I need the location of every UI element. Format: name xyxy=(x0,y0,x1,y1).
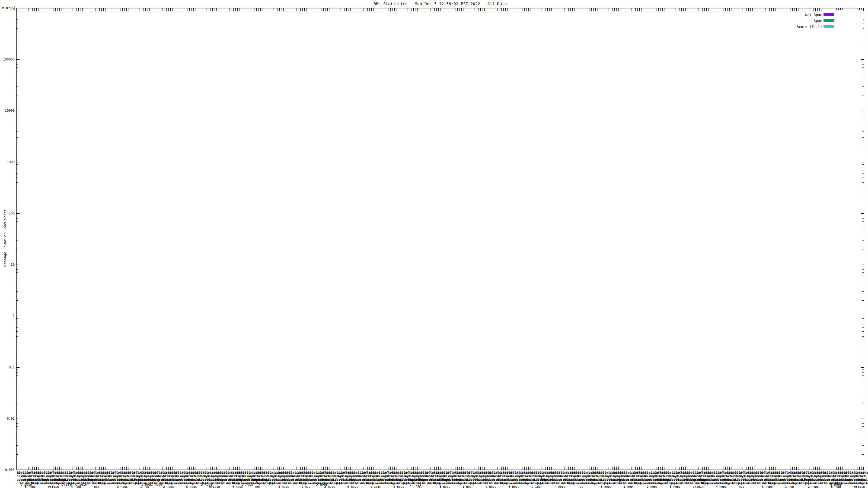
y-tick xyxy=(17,352,18,352)
y-tick xyxy=(17,189,18,189)
y-tick xyxy=(861,367,864,368)
y-tick xyxy=(17,20,18,20)
x-tick-label: 10@ rbl0 relay s.bl xyxy=(862,471,868,485)
y-tick xyxy=(17,110,20,111)
x-axis-sublabel: 2 hops net xyxy=(130,478,150,482)
y-tick xyxy=(862,372,864,372)
y-tick xyxy=(862,318,864,319)
y-tick xyxy=(862,35,864,35)
y-tick xyxy=(17,126,18,126)
y-tick xyxy=(17,122,18,122)
y-tick xyxy=(862,167,864,167)
y-tick xyxy=(17,331,18,332)
y-tick xyxy=(17,423,18,424)
y-tick xyxy=(17,439,18,439)
y-tick xyxy=(17,167,18,167)
y-tick xyxy=(862,116,864,116)
y-tick xyxy=(862,324,864,324)
x-axis-sublabel: 3 hops xyxy=(415,478,427,482)
x-axis-sublabel: 1 hop xyxy=(214,478,224,482)
x-axis-sublabel: origin xyxy=(613,478,625,482)
y-tick xyxy=(862,352,864,352)
y-tick xyxy=(862,426,864,427)
y-tick xyxy=(862,454,864,455)
legend-entry-spam: Spam xyxy=(825,19,863,22)
y-tick xyxy=(17,75,18,75)
y-tick xyxy=(17,336,18,337)
y-tick xyxy=(17,367,20,368)
y-tick xyxy=(862,439,864,439)
y-tick xyxy=(862,164,864,165)
y-tick xyxy=(861,470,864,470)
y-tick xyxy=(17,324,18,324)
y-tick xyxy=(862,183,864,183)
y-tick xyxy=(17,291,18,292)
y-tick xyxy=(17,454,18,455)
y-tick xyxy=(17,430,18,430)
x-axis-sublabel: origin origin xyxy=(62,483,87,486)
y-tick xyxy=(17,216,18,216)
y-tick xyxy=(17,267,18,267)
x-axis-sublabel: 2 hops net xyxy=(55,478,74,482)
x-axis-sublabel: 1 hop xyxy=(233,478,243,482)
y-tick xyxy=(17,170,18,170)
y-tick xyxy=(862,321,864,321)
plot-frame xyxy=(16,8,864,470)
y-tick xyxy=(17,10,18,11)
y-tick xyxy=(17,137,18,138)
legend-label-spam: Spam xyxy=(814,19,822,23)
x-axis-sublabel: 1 hop xyxy=(776,478,785,482)
y-tick xyxy=(862,331,864,332)
y-tick xyxy=(862,80,864,80)
y-tick xyxy=(17,318,18,319)
x-axis-sublabel: origin xyxy=(152,478,163,482)
y-tick xyxy=(862,86,864,87)
y-tick xyxy=(862,403,864,403)
y-tick xyxy=(862,234,864,234)
y-tick xyxy=(862,276,864,276)
legend: Not Spam Spam Score (0..1) xyxy=(825,10,863,30)
y-tick-label: 100 xyxy=(0,212,14,215)
y-tick xyxy=(862,375,864,376)
y-tick xyxy=(862,240,864,240)
y-tick-label: 100000 xyxy=(0,58,14,61)
y-tick xyxy=(861,162,864,162)
y-tick xyxy=(861,316,864,316)
y-tick xyxy=(17,426,18,427)
x-axis-sublabel: 4 hops xyxy=(84,478,96,482)
chart-title: RBL Statistics - Mon Dec 5 12:58:02 EST … xyxy=(16,2,864,6)
x-axis-sublabel: 1 hop2 hops xyxy=(248,478,270,482)
y-tick xyxy=(862,434,864,434)
y-tick xyxy=(862,269,864,270)
x-axis-sublabel: origin xyxy=(20,483,32,486)
y-tick xyxy=(862,221,864,222)
y-tick xyxy=(17,225,18,225)
x-axis-sublabel: net xyxy=(73,478,79,482)
y-tick xyxy=(862,388,864,388)
y-tick xyxy=(17,375,18,376)
x-axis-sublabel: 4 hops xyxy=(169,478,181,482)
y-tick xyxy=(862,249,864,250)
x-axis-sublabel: 5 hops xyxy=(316,483,328,486)
y-tick xyxy=(862,285,864,285)
y-tick xyxy=(17,116,18,116)
y-tick-label: 1000 xyxy=(0,160,14,164)
x-axis-sublabel: 1 hop2 hops xyxy=(141,483,162,486)
y-tick xyxy=(17,24,18,24)
y-tick xyxy=(17,470,20,470)
y-tick xyxy=(862,267,864,267)
y-tick xyxy=(862,229,864,229)
y-tick xyxy=(17,44,18,44)
x-axis-sublabel: 1 hop xyxy=(392,478,402,482)
y-tick xyxy=(17,272,18,273)
x-axis-sublabel: 2 hops xyxy=(201,483,212,486)
y-tick xyxy=(17,162,20,162)
y-tick-label: 1x10^{6} xyxy=(0,6,14,10)
y-tick xyxy=(17,421,18,421)
x-axis-sublabel: 4 hops xyxy=(830,483,842,486)
y-tick xyxy=(862,44,864,44)
x-axis-sublabel: 2 hops xyxy=(38,478,50,482)
y-tick xyxy=(862,336,864,337)
y-tick xyxy=(862,75,864,75)
y-tick xyxy=(17,316,20,316)
